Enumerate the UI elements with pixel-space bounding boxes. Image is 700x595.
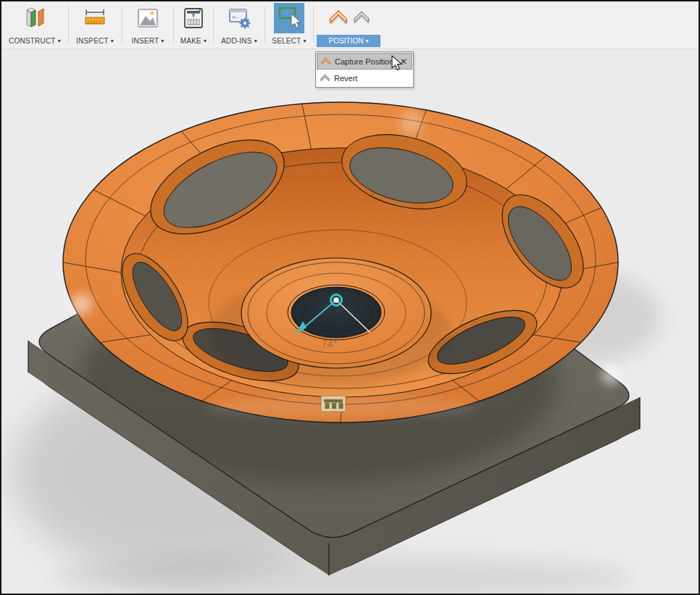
chevron-down-icon: ▾ [111,38,114,44]
insert-icon [134,4,162,32]
toolbar-separator [122,7,122,43]
capture-position-icon[interactable] [328,6,349,30]
select-icon [274,3,304,33]
chevron-down-icon: ▾ [254,38,257,44]
toolbar-group-add-ins[interactable]: >- ADD-INS▾ [215,1,263,49]
position-label-active[interactable]: POSITION ▾ [317,35,380,47]
select-icon-active-bg[interactable] [274,3,304,33]
angle-value-label: 74° [322,338,337,349]
toolbar-separator [173,7,174,43]
menu-item-label: Capture Position [335,57,395,66]
chevron-down-icon: ▾ [58,38,61,44]
toolbar: CONSTRUCT▾ INSPECT▾ [1,1,699,49]
make-label: MAKE [180,37,201,45]
construct-icon [21,4,49,32]
toolbar-separator [213,7,214,43]
toolbar-separator [313,7,314,43]
toolbar-group-construct[interactable]: CONSTRUCT▾ [3,1,67,49]
insert-label: INSERT [132,37,159,45]
chevron-down-icon: ▾ [161,38,164,44]
fusion-window: 74° CONSTRUCT▾ [0,0,700,595]
wheel-hub[interactable] [241,258,431,368]
inspect-icon [81,4,109,32]
select-label: SELECT [272,37,301,45]
toolbar-group-insert[interactable]: INSERT▾ [124,1,172,49]
make-icon [180,4,207,32]
inspect-label: INSPECT [76,37,109,45]
revert-position-icon[interactable] [352,7,371,29]
viewport-canvas[interactable]: 74° [1,1,699,594]
toolbar-group-inspect[interactable]: INSPECT▾ [70,1,120,49]
capture-position-icon [320,56,331,67]
add-ins-label: ADD-INS [221,37,252,45]
toolbar-separator [68,7,69,43]
add-ins-icon: >- [225,4,253,32]
toolbar-separator [264,7,265,43]
construct-label: CONSTRUCT [9,37,56,45]
chevron-down-icon: ▾ [204,38,207,44]
svg-text:>-: >- [232,14,239,20]
toolbar-group-select[interactable]: SELECT▾ [267,1,312,49]
mouse-cursor-icon [390,55,404,72]
menu-item-label: Revert [334,74,409,83]
position-label: POSITION [329,37,364,45]
revert-position-icon [320,72,330,84]
chevron-down-icon: ▾ [303,38,306,44]
toolbar-group-make[interactable]: MAKE▾ [175,1,212,49]
wheel-body[interactable]: 74° [63,102,620,423]
chevron-down-icon: ▾ [365,38,368,44]
measure-badge-icon[interactable] [321,396,346,412]
